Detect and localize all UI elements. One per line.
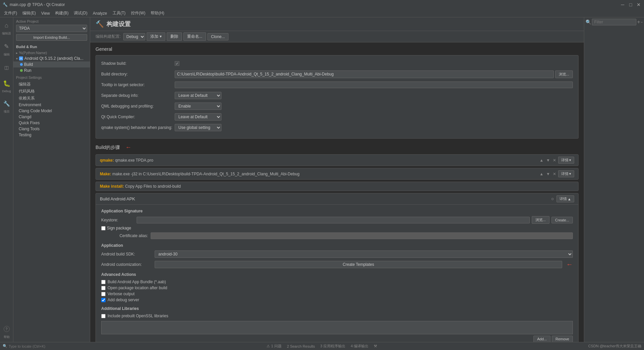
project-select[interactable]: TPDA [16, 25, 87, 32]
add-config-button[interactable]: 添加 ▾ [147, 32, 165, 41]
bottombar-locate[interactable]: 🔍 [3, 344, 55, 348]
remove-lib-button[interactable]: Remove [552, 336, 573, 342]
tooltip-input[interactable] [175, 81, 573, 88]
app-icon: 🔧 [3, 2, 8, 7]
debug-server-checkbox[interactable] [101, 298, 106, 302]
sidebar-item-run[interactable]: Run [13, 67, 90, 73]
activity-debug[interactable]: 🐛 [1, 78, 12, 89]
rename-config-button[interactable]: 重命名... [183, 32, 206, 41]
menu-tools[interactable]: 工具(T) [110, 10, 128, 17]
make-up-button[interactable]: ▲ [539, 171, 544, 177]
qmake-row: qmake system() behavior when parsing: Us… [101, 124, 573, 132]
menu-view[interactable]: View [38, 10, 52, 16]
clone-config-button[interactable]: Clone... [207, 33, 228, 40]
sidebar-item-quick-fixes[interactable]: Quick Fixes [13, 120, 90, 126]
separate-debug-select[interactable]: Leave at Default [175, 92, 221, 99]
qmake-control: Use global setting [175, 124, 573, 131]
minimize-button[interactable]: ─ [620, 2, 625, 7]
build-dir-label: Build directory: [101, 72, 175, 76]
titlebar-title: 🔧 main.cpp @ TPDA - Qt Creator [3, 2, 65, 7]
sidebar-item-testing[interactable]: Testing [13, 132, 90, 138]
make-down-button[interactable]: ▼ [545, 171, 551, 177]
build-dir-input[interactable] [175, 70, 554, 78]
build-config-toolbar: 编辑构建配置: Debug 添加 ▾ 删除 重命名... Clone... [90, 31, 584, 42]
build-config-select[interactable]: Debug [123, 33, 145, 40]
apk-detail-button[interactable]: 详情 ▲ [556, 195, 574, 202]
bottombar-app-output[interactable]: 3 应用程序输出 [320, 344, 345, 349]
menu-debug[interactable]: 调试(D) [71, 10, 90, 17]
menu-edit[interactable]: 编辑(E) [20, 10, 38, 17]
sidebar-item-environment[interactable]: Environment [13, 102, 90, 108]
verbose-checkbox[interactable] [101, 292, 106, 296]
activity-help-label: 帮助 [4, 335, 10, 339]
sidebar-item-editor[interactable]: 编辑器 [13, 81, 90, 88]
keystore-browse-button[interactable]: 浏览... [532, 216, 549, 224]
activity-design[interactable]: ◫ [1, 62, 12, 73]
menu-analyze[interactable]: Analyze [90, 10, 110, 16]
sidebar-item-android-kit[interactable]: ▾ A Android Qt 5.15.2 (android) Cla... [13, 55, 90, 61]
sidebar-item-clangd[interactable]: Clangd [13, 114, 90, 120]
advanced-title: Advanced Actions [101, 272, 573, 277]
open-package-checkbox[interactable] [101, 286, 106, 290]
keystore-create-button[interactable]: Create... [551, 217, 573, 223]
sidebar-item-dependencies[interactable]: 依赖关系 [13, 95, 90, 102]
menu-file[interactable]: 文件(F) [1, 10, 20, 17]
add-lib-button[interactable]: Add... [533, 336, 550, 342]
sidebar-item-clang-tools[interactable]: Clang Tools [13, 126, 90, 132]
app-bundle-checkbox[interactable] [101, 280, 106, 284]
create-templates-button[interactable]: Create Templates [155, 261, 562, 268]
general-section-title: General [96, 46, 579, 52]
keystore-input[interactable] [137, 217, 530, 223]
qmake-delete-button[interactable]: ✕ [552, 157, 557, 163]
qml-debug-select[interactable]: Enable [175, 103, 221, 110]
qmake-select[interactable]: Use global setting [175, 124, 221, 131]
activity-help[interactable]: ? [1, 324, 12, 334]
filter-input[interactable] [592, 19, 636, 25]
sign-package-checkbox[interactable] [101, 226, 106, 230]
android-sdk-select[interactable]: android-30 [155, 250, 573, 258]
bottombar-issues[interactable]: ⚠ 1 问题 [267, 344, 282, 349]
sidebar-item-clang-code-model[interactable]: Clang Code Model [13, 108, 90, 114]
lib-buttons: Add... Remove [101, 336, 573, 342]
qmake-detail-button[interactable]: 详情 [558, 157, 574, 164]
android-customization-label: Android customization: [101, 262, 155, 267]
sidebar-item-code-style[interactable]: 代码风格 [13, 88, 90, 95]
menu-build[interactable]: 构建(B) [52, 10, 71, 17]
cert-alias-input[interactable] [151, 232, 573, 239]
maximize-button[interactable]: □ [628, 2, 633, 7]
make-detail-button[interactable]: 详情 [558, 170, 574, 177]
bottombar-search-results[interactable]: 2 Search Results [287, 344, 315, 348]
qmake-down-button[interactable]: ▼ [545, 157, 551, 163]
apk-card-body: Application Signature Keystore: 浏览... Cr… [96, 205, 578, 342]
filter-plus-button[interactable]: + [637, 19, 640, 25]
build-dir-control: 浏览... [175, 70, 573, 78]
activity-welcome[interactable]: ⌂ [1, 20, 12, 31]
qt-quick-label: Qt Quick Compiler: [101, 115, 175, 119]
menu-help[interactable]: 帮助(H) [148, 10, 167, 17]
filter-search-icon[interactable]: 🔍 [586, 19, 591, 25]
activity-edit[interactable]: ✎ [1, 41, 12, 52]
filter-minus-button[interactable]: - [641, 19, 643, 25]
verbose-row: Verbose output [101, 292, 573, 296]
qmake-label: qmake system() behavior when parsing: [101, 125, 175, 130]
main-with-right: 🔨 构建设置 编辑构建配置: Debug 添加 ▾ 删除 重命名... Clon… [90, 17, 644, 342]
qmake-up-button[interactable]: ▲ [539, 157, 544, 163]
sidebar-item-python-name[interactable]: ▸ %(Python:Name) [13, 50, 90, 55]
qt-quick-select[interactable]: Leave at Default [175, 113, 221, 121]
issues-text: 1 问题 [271, 344, 282, 349]
make-delete-button[interactable]: ✕ [552, 171, 557, 177]
build-steps-title: Build的步骤 [96, 145, 120, 151]
close-button[interactable]: ✕ [636, 2, 641, 7]
build-dir-browse-button[interactable]: 浏览... [555, 70, 573, 78]
openssl-checkbox[interactable] [101, 314, 106, 318]
delete-config-button[interactable]: 删除 [167, 32, 182, 41]
locate-input[interactable] [9, 344, 55, 348]
bottombar-build-icon[interactable]: ⚒ [374, 344, 377, 348]
shadow-build-checkbox[interactable]: ✓ [175, 61, 179, 66]
activity-project[interactable]: 🔧 [1, 98, 12, 109]
bottombar-compile-output[interactable]: 4 编译输出 [351, 344, 368, 349]
separate-debug-control: Leave at Default [175, 92, 573, 99]
sidebar-item-build[interactable]: Build [13, 61, 90, 67]
menu-controls[interactable]: 控件(W) [128, 10, 148, 17]
import-existing-build-button[interactable]: Import Existing Build... [16, 34, 87, 41]
